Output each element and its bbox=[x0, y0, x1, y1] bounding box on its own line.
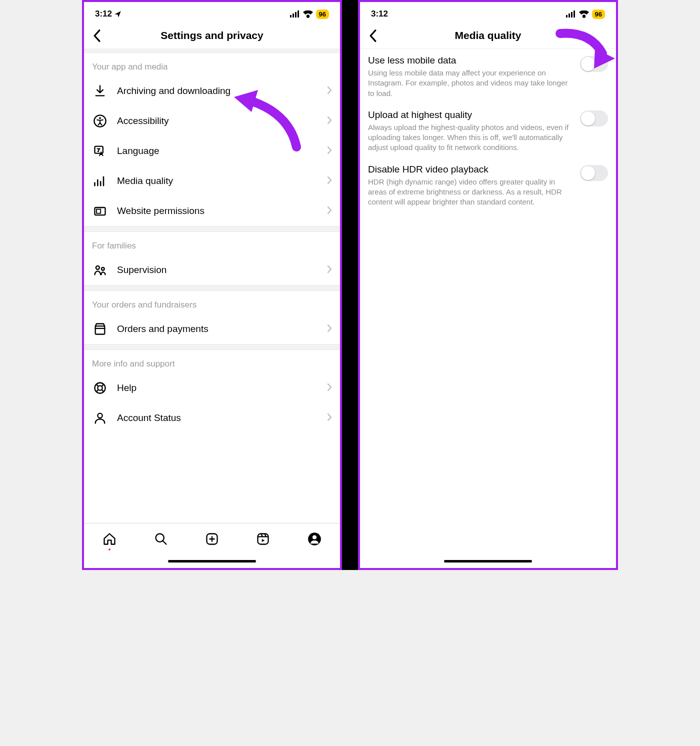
home-icon bbox=[102, 532, 116, 546]
reels-icon bbox=[256, 532, 270, 546]
svg-rect-0 bbox=[290, 15, 292, 18]
tab-search[interactable] bbox=[153, 531, 169, 547]
home-indicator bbox=[360, 554, 616, 568]
chevron-right-icon bbox=[327, 116, 332, 126]
row-upload-highest-quality: Upload at highest quality Always upload … bbox=[360, 104, 616, 158]
download-icon bbox=[92, 83, 108, 99]
screenshot-media-quality: 3:12 96 Media quality Use less mobile da… bbox=[358, 0, 618, 570]
row-disable-hdr-playback: Disable HDR video playback HDR (high dyn… bbox=[360, 158, 616, 212]
tab-profile[interactable] bbox=[306, 531, 322, 547]
row-language[interactable]: Language bbox=[84, 136, 340, 166]
tab-home[interactable] bbox=[102, 531, 118, 547]
section-header-families: For families bbox=[84, 232, 340, 255]
svg-point-19 bbox=[312, 535, 316, 539]
battery-badge: 96 bbox=[592, 10, 605, 19]
row-accessibility[interactable]: Accessibility bbox=[84, 106, 340, 136]
svg-point-9 bbox=[96, 266, 100, 270]
row-label: Language bbox=[117, 146, 327, 156]
svg-rect-11 bbox=[96, 326, 105, 334]
chevron-right-icon bbox=[327, 265, 332, 276]
accessibility-icon bbox=[92, 113, 108, 129]
row-orders-and-payments[interactable]: Orders and payments bbox=[84, 314, 340, 344]
section-divider bbox=[84, 344, 340, 350]
svg-point-13 bbox=[98, 386, 102, 390]
row-archiving-and-downloading[interactable]: Archiving and downloading bbox=[84, 76, 340, 106]
chevron-right-icon bbox=[327, 324, 332, 334]
svg-rect-8 bbox=[96, 210, 100, 214]
media-quality-list[interactable]: Use less mobile data Using less mobile d… bbox=[360, 49, 616, 554]
row-label: Accessibility bbox=[117, 116, 327, 126]
row-website-permissions[interactable]: Website permissions bbox=[84, 196, 340, 226]
chevron-right-icon bbox=[327, 383, 332, 394]
toggle-title: Use less mobile data bbox=[368, 55, 573, 66]
header: Settings and privacy bbox=[84, 24, 340, 49]
battery-badge: 96 bbox=[316, 10, 329, 19]
toggle-title: Upload at highest quality bbox=[368, 110, 573, 120]
row-use-less-mobile-data: Use less mobile data Using less mobile d… bbox=[360, 49, 616, 104]
help-icon bbox=[92, 380, 108, 396]
section-divider bbox=[84, 226, 340, 232]
toggle-desc: Always upload the highest-quality photos… bbox=[368, 122, 573, 153]
tab-reels[interactable] bbox=[255, 531, 271, 547]
wifi-icon bbox=[579, 10, 589, 18]
cellular-icon bbox=[566, 10, 576, 18]
section-divider bbox=[84, 49, 340, 53]
row-media-quality[interactable]: Media quality bbox=[84, 166, 340, 196]
page-title: Settings and privacy bbox=[160, 30, 263, 42]
svg-rect-3 bbox=[298, 10, 299, 18]
profile-icon bbox=[308, 532, 322, 546]
section-header-orders: Your orders and fundraisers bbox=[84, 291, 340, 314]
header: Media quality bbox=[360, 24, 616, 49]
svg-rect-1 bbox=[292, 14, 294, 18]
supervision-icon bbox=[92, 262, 108, 278]
status-time: 3:12 bbox=[95, 9, 112, 19]
toggle-use-less-mobile-data[interactable] bbox=[580, 56, 608, 72]
chevron-right-icon bbox=[327, 146, 332, 156]
row-help[interactable]: Help bbox=[84, 373, 340, 403]
wifi-icon bbox=[303, 10, 313, 18]
toggle-upload-highest-quality[interactable] bbox=[580, 110, 608, 126]
toggle-desc: HDR (high dynamic range) video offers gr… bbox=[368, 177, 573, 208]
row-label: Media quality bbox=[117, 176, 327, 186]
svg-point-14 bbox=[98, 414, 102, 418]
row-label: Help bbox=[117, 382, 327, 394]
page-title: Media quality bbox=[454, 30, 521, 42]
orders-icon bbox=[92, 321, 108, 337]
status-bar: 3:12 96 bbox=[84, 2, 340, 24]
back-button[interactable] bbox=[89, 28, 104, 43]
row-label: Orders and payments bbox=[117, 324, 327, 334]
row-label: Supervision bbox=[117, 264, 327, 276]
svg-point-5 bbox=[99, 117, 101, 119]
svg-rect-20 bbox=[566, 15, 568, 18]
toggle-desc: Using less mobile data may affect your e… bbox=[368, 68, 573, 98]
location-icon bbox=[114, 10, 122, 18]
back-button[interactable] bbox=[365, 28, 380, 43]
section-header-support: More info and support bbox=[84, 350, 340, 373]
svg-rect-2 bbox=[295, 12, 296, 18]
toggle-title: Disable HDR video playback bbox=[368, 164, 573, 175]
status-time: 3:12 bbox=[371, 9, 388, 19]
chevron-right-icon bbox=[327, 176, 332, 186]
plus-square-icon bbox=[205, 532, 219, 546]
row-supervision[interactable]: Supervision bbox=[84, 255, 340, 285]
status-bar: 3:12 96 bbox=[360, 2, 616, 24]
chevron-right-icon bbox=[327, 86, 332, 96]
svg-rect-17 bbox=[258, 534, 268, 544]
chevron-left-icon bbox=[368, 29, 377, 42]
screenshot-settings-and-privacy: 3:12 96 Settings and privacy Your app an… bbox=[82, 0, 342, 570]
home-indicator bbox=[84, 554, 340, 568]
row-label: Account Status bbox=[117, 412, 327, 424]
tab-create[interactable] bbox=[204, 531, 220, 547]
cellular-icon bbox=[290, 10, 300, 18]
row-label: Archiving and downloading bbox=[117, 86, 327, 96]
language-icon bbox=[92, 143, 108, 159]
search-icon bbox=[154, 532, 168, 546]
settings-list[interactable]: Your app and media Archiving and downloa… bbox=[84, 49, 340, 523]
svg-rect-21 bbox=[568, 14, 570, 18]
chevron-right-icon bbox=[327, 206, 332, 216]
media-quality-icon bbox=[92, 173, 108, 189]
toggle-disable-hdr-playback[interactable] bbox=[580, 165, 608, 181]
row-label: Website permissions bbox=[117, 206, 327, 216]
row-account-status[interactable]: Account Status bbox=[84, 403, 340, 433]
section-divider bbox=[84, 285, 340, 291]
